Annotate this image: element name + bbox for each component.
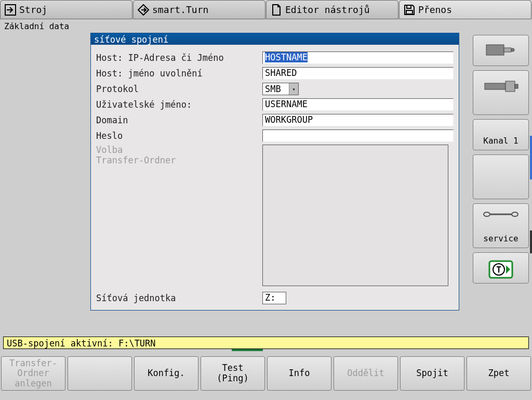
protocol-label: Protokol bbox=[96, 84, 262, 94]
drive-input[interactable]: Z: bbox=[262, 292, 286, 304]
tab-smart-turn[interactable]: smart.Turn bbox=[133, 0, 265, 19]
kanal-label: Kanal 1 bbox=[483, 136, 518, 146]
spojit-button[interactable]: Spojit bbox=[400, 356, 464, 391]
t-circle-icon: T bbox=[473, 260, 528, 279]
tab-label: Přenos bbox=[418, 4, 452, 15]
tab-prenos[interactable]: Přenos bbox=[399, 0, 531, 19]
status-underline bbox=[3, 349, 529, 351]
lathe-button[interactable] bbox=[473, 35, 529, 66]
option-label: Volba Transfer-Ordner bbox=[96, 144, 262, 165]
domain-input[interactable]: WORKGROUP bbox=[262, 114, 454, 126]
service-label: service bbox=[483, 234, 518, 243]
content: síťové spojení Host: IP-Adresa či Jméno … bbox=[0, 33, 471, 334]
svg-rect-6 bbox=[485, 83, 506, 89]
wrench-icon bbox=[473, 209, 528, 220]
dialog-title: síťové spojení bbox=[91, 33, 459, 45]
lathe-icon bbox=[473, 41, 528, 58]
drive-label: Síťová jednotka bbox=[96, 293, 262, 303]
spindle-button[interactable] bbox=[473, 70, 529, 115]
svg-rect-1 bbox=[407, 5, 411, 8]
password-input[interactable] bbox=[262, 130, 454, 142]
tab-stroj[interactable]: Stroj bbox=[0, 0, 132, 19]
service-button[interactable]: service bbox=[473, 203, 529, 248]
host-share-label: Host: jméno uvolnění bbox=[96, 68, 262, 79]
dropdown-arrow-icon[interactable]: ▾ bbox=[289, 83, 298, 95]
main-area: síťové spojení Host: IP-Adresa či Jméno … bbox=[0, 33, 532, 334]
host-ip-label: Host: IP-Adresa či Jméno bbox=[96, 53, 262, 63]
document-fold-icon bbox=[271, 4, 282, 16]
empty-button[interactable] bbox=[473, 154, 529, 199]
scroll-indicator-dark bbox=[530, 230, 532, 253]
svg-point-9 bbox=[484, 212, 490, 216]
zpet-button[interactable]: Zpet bbox=[467, 356, 531, 391]
konfig-button[interactable]: Konfig. bbox=[134, 356, 198, 391]
svg-rect-4 bbox=[504, 48, 511, 52]
scroll-indicator bbox=[530, 136, 532, 179]
info-button[interactable]: Info bbox=[267, 356, 331, 391]
transfer-ordner-anlegen-button[interactable]: Transfer- Ordner anlegen bbox=[1, 356, 65, 391]
username-label: Uživatelské jméno: bbox=[96, 99, 262, 110]
tab-label: Stroj bbox=[19, 4, 47, 15]
svg-rect-7 bbox=[506, 81, 515, 92]
subtitle: Základní data bbox=[0, 19, 532, 33]
top-tabs: Stroj smart.Turn Editor nástrojů Přenos bbox=[0, 0, 532, 19]
bottom-softkeys: Transfer- Ordner anlegen Konfig. Test (P… bbox=[1, 356, 531, 391]
svg-rect-8 bbox=[515, 84, 518, 88]
svg-point-11 bbox=[512, 212, 518, 216]
right-panel: Kanal 1 service T bbox=[471, 33, 532, 334]
host-share-input[interactable]: SHARED bbox=[262, 67, 454, 80]
test-ping-button[interactable]: Test (Ping) bbox=[201, 356, 265, 391]
t-button[interactable]: T bbox=[473, 252, 529, 283]
protocol-select[interactable]: SMB ▾ bbox=[262, 83, 299, 95]
oddelit-button[interactable]: Oddělit bbox=[334, 356, 398, 391]
transfer-folder-box bbox=[262, 145, 448, 286]
svg-text:T: T bbox=[496, 265, 501, 275]
svg-point-5 bbox=[511, 48, 514, 51]
svg-rect-2 bbox=[406, 10, 413, 14]
empty-softkey-1[interactable] bbox=[68, 356, 132, 391]
protocol-value: SMB bbox=[263, 84, 289, 94]
floppy-disk-icon bbox=[404, 4, 415, 16]
password-label: Heslo bbox=[96, 131, 262, 141]
username-input[interactable]: USERNAME bbox=[262, 98, 454, 111]
domain-label: Domain bbox=[96, 115, 262, 125]
tab-editor-nastroju[interactable]: Editor nástrojů bbox=[266, 0, 398, 19]
spindle-icon bbox=[473, 76, 528, 97]
arrow-right-box-icon bbox=[5, 4, 16, 16]
tab-label: Editor nástrojů bbox=[285, 4, 370, 15]
kanal-button[interactable]: Kanal 1 bbox=[473, 119, 529, 150]
diamond-arrow-icon bbox=[138, 4, 149, 16]
host-ip-input[interactable]: HOSTNAME bbox=[262, 51, 454, 64]
status-bar: USB-spojení aktivní: F:\TURN bbox=[3, 337, 529, 349]
tab-label: smart.Turn bbox=[152, 4, 208, 15]
dialog-body: Host: IP-Adresa či Jméno HOSTNAME Host: … bbox=[91, 45, 459, 310]
network-connection-dialog: síťové spojení Host: IP-Adresa či Jméno … bbox=[90, 33, 459, 311]
svg-rect-3 bbox=[486, 45, 504, 55]
